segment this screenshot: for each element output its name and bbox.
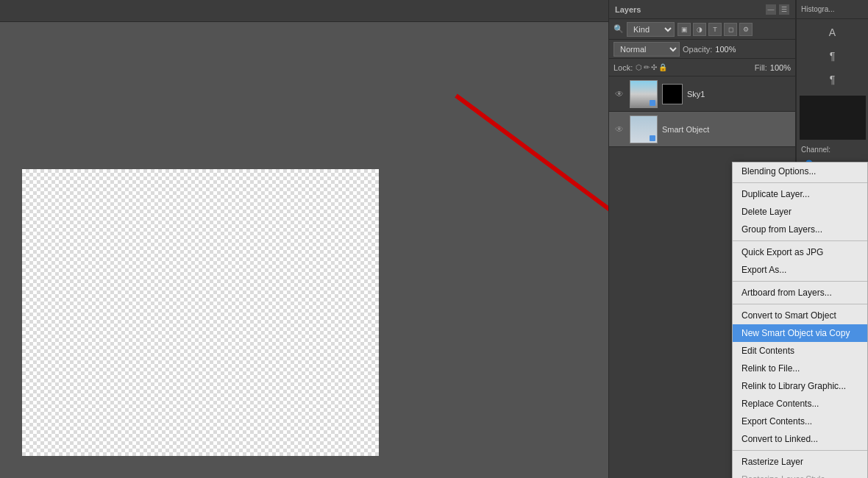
opacity-value: 100% bbox=[715, 45, 736, 54]
layers-controls: — ☰ bbox=[766, 4, 789, 15]
menu-item-blending-options[interactable]: Blending Options... bbox=[733, 163, 867, 180]
filter-adjust-icon[interactable]: ◑ bbox=[693, 23, 706, 36]
layer-item-smart-object[interactable]: 👁 Smart Object bbox=[609, 112, 795, 147]
histogram-area bbox=[800, 96, 866, 140]
menu-item-edit-contents[interactable]: Edit Contents bbox=[733, 342, 867, 360]
blend-row: Normal Opacity: 100% bbox=[609, 40, 795, 59]
menu-item-export-as[interactable]: Export As... bbox=[733, 261, 867, 279]
lock-paint-icon[interactable]: ✏ bbox=[644, 63, 650, 71]
paragraph2-icon[interactable]: ¶ bbox=[824, 71, 842, 88]
blend-mode-select[interactable]: Normal bbox=[613, 42, 680, 57]
layer-thumbnail-smart bbox=[630, 115, 658, 143]
context-menu: Blending Options...Duplicate Layer...Del… bbox=[732, 162, 868, 478]
fill-value: 100% bbox=[770, 63, 791, 72]
menu-item-rasterize-layer[interactable]: Rasterize Layer bbox=[733, 453, 867, 471]
filter-kind-select[interactable]: Kind bbox=[627, 22, 675, 37]
layers-header: Layers — ☰ bbox=[609, 0, 795, 19]
paragraph-icon[interactable]: ¶ bbox=[824, 47, 842, 65]
menu-item-convert-to-smart-object[interactable]: Convert to Smart Object bbox=[733, 307, 867, 324]
filter-row: 🔍 Kind ▣ ◑ T ◻ ⚙ bbox=[609, 19, 795, 40]
filter-text-icon[interactable]: T bbox=[708, 23, 722, 36]
filter-kind-label: 🔍 bbox=[613, 24, 624, 34]
opacity-label: Opacity: bbox=[683, 45, 712, 54]
filter-icons: ▣ ◑ T ◻ ⚙ bbox=[677, 23, 753, 36]
layers-title: Layers bbox=[615, 5, 641, 14]
menu-item-quick-export[interactable]: Quick Export as JPG bbox=[733, 243, 867, 261]
layer-mask-sky1 bbox=[662, 84, 683, 104]
layer-visibility-smart[interactable]: 👁 bbox=[613, 124, 625, 135]
lock-position-icon[interactable]: ✣ bbox=[651, 63, 657, 71]
lock-transparent-icon[interactable]: ⬡ bbox=[636, 63, 642, 71]
histogram-title: Histogra... bbox=[797, 0, 868, 19]
menu-item-artboard-from-layers[interactable]: Artboard from Layers... bbox=[733, 284, 867, 302]
layer-visibility-sky1[interactable]: 👁 bbox=[613, 89, 625, 99]
layer-item-sky1[interactable]: 👁 Sky1 bbox=[609, 76, 795, 112]
menu-item-new-smart-object-via-copy[interactable]: New Smart Object via Copy bbox=[733, 324, 867, 342]
menu-separator-5 bbox=[733, 240, 867, 241]
layer-name-sky1: Sky1 bbox=[687, 90, 791, 99]
menu-separator-8 bbox=[733, 281, 867, 282]
layers-collapse-btn[interactable]: — bbox=[766, 4, 776, 15]
menu-item-replace-contents[interactable]: Replace Contents... bbox=[733, 395, 867, 413]
menu-item-duplicate-layer[interactable]: Duplicate Layer... bbox=[733, 185, 867, 203]
svg-line-1 bbox=[456, 96, 611, 265]
layer-name-smart-object: Smart Object bbox=[662, 125, 791, 134]
canvas-checkerboard bbox=[22, 169, 379, 456]
lock-artboard-icon[interactable]: 🔒 bbox=[658, 63, 667, 71]
menu-separator-1 bbox=[733, 182, 867, 183]
menu-item-relink-to-file[interactable]: Relink to File... bbox=[733, 360, 867, 377]
menu-item-delete-layer[interactable]: Delete Layer bbox=[733, 203, 867, 221]
channels-icon[interactable]: A bbox=[824, 24, 842, 41]
filter-pixel-icon[interactable]: ▣ bbox=[677, 23, 691, 36]
menu-separator-19 bbox=[733, 450, 867, 451]
menu-item-export-contents[interactable]: Export Contents... bbox=[733, 413, 867, 430]
channel-label: Channel: bbox=[797, 143, 868, 157]
menu-separator-10 bbox=[733, 304, 867, 304]
filter-shape-icon[interactable]: ◻ bbox=[724, 23, 737, 36]
filter-smart-icon[interactable]: ⚙ bbox=[739, 23, 753, 36]
canvas-area bbox=[0, 0, 611, 478]
menu-item-rasterize-layer-style: Rasterize Layer Style bbox=[733, 471, 867, 478]
lock-row: Lock: ⬡ ✏ ✣ 🔒 Fill: 100% bbox=[609, 59, 795, 76]
layers-menu-btn[interactable]: ☰ bbox=[779, 4, 789, 15]
top-toolbar bbox=[0, 0, 611, 22]
menu-item-convert-to-linked[interactable]: Convert to Linked... bbox=[733, 430, 867, 448]
lock-icons: ⬡ ✏ ✣ 🔒 bbox=[636, 63, 667, 71]
right-panel-icons: A ¶ ¶ bbox=[797, 19, 868, 93]
lock-label: Lock: bbox=[613, 63, 633, 72]
fill-label: Fill: bbox=[755, 63, 767, 72]
layer-thumbnail-sky1 bbox=[630, 80, 658, 108]
canvas-wrapper bbox=[22, 169, 379, 456]
menu-item-relink-to-library[interactable]: Relink to Library Graphic... bbox=[733, 377, 867, 395]
menu-item-group-from-layers[interactable]: Group from Layers... bbox=[733, 221, 867, 238]
